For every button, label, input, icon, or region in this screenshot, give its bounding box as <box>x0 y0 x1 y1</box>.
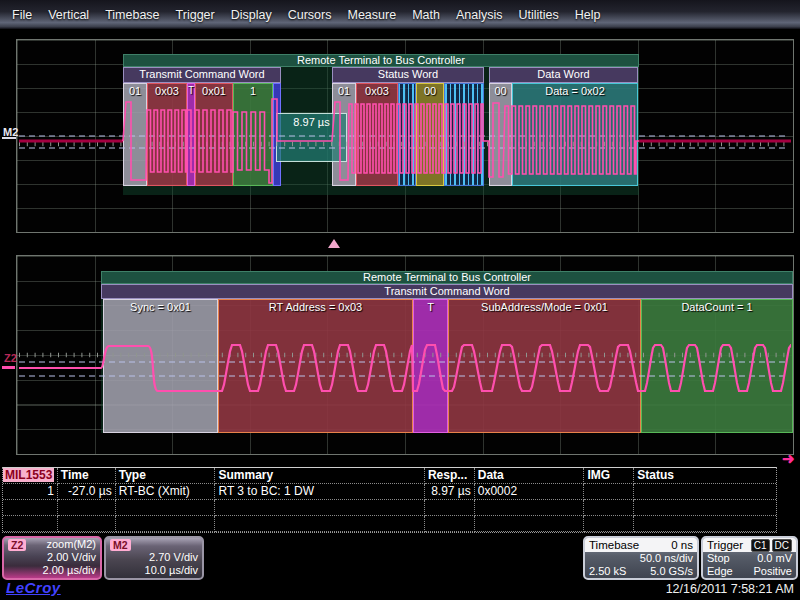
lower-waveform-grid[interactable]: Remote Terminal to Bus Controller Transm… <box>16 255 794 455</box>
segment-tr-bit: T <box>413 299 448 433</box>
column-img[interactable]: IMG <box>584 468 634 484</box>
trigger-level: 0.0 mV <box>757 552 792 565</box>
segment-status-bits-2 <box>444 83 484 186</box>
segment-cmd-rt-address: 0x03 <box>147 83 187 186</box>
menu-item-display[interactable]: Display <box>231 8 272 22</box>
column-resp[interactable]: Resp... <box>425 468 475 484</box>
timebase-label: Timebase <box>589 538 639 552</box>
timebase-samples: 2.50 kS <box>589 565 626 578</box>
column-data[interactable]: Data <box>475 468 585 484</box>
upper-word-title-status: Status Word <box>332 67 484 83</box>
cell-index: 1 <box>3 484 58 500</box>
trigger-source-badge: C1 <box>751 539 770 552</box>
trigger-coupling-badge: DC <box>772 539 792 552</box>
protocol-badge-cell[interactable]: MIL1553 <box>3 468 58 484</box>
lecroy-logo: LeCroy <box>6 579 61 596</box>
trigger-label: Trigger <box>707 538 743 552</box>
segment-status-bits-1 <box>398 83 416 186</box>
trigger-mode: Stop <box>707 552 730 565</box>
timebase-offset: 0 ns <box>671 538 693 552</box>
trace-level-marker-m2 <box>2 137 16 139</box>
z2-vdiv: 2.00 V/div <box>47 551 96 564</box>
menu-item-measure[interactable]: Measure <box>347 8 396 22</box>
datetime-stamp: 12/16/2011 7:58:21 AM <box>666 582 794 596</box>
segment-status-rt-address: 0x03 <box>356 83 398 186</box>
segment-cmd-datacount: 1 <box>233 83 273 186</box>
z2-descriptor-box[interactable]: Z2 zoom(M2) 2.00 V/div 2.00 µs/div <box>2 536 102 580</box>
table-row[interactable]: 1 -27.0 µs RT-BC (Xmit) RT 3 to BC: 1 DW… <box>3 484 776 500</box>
m2-channel-badge: M2 <box>110 539 131 551</box>
menu-item-analysis[interactable]: Analysis <box>456 8 503 22</box>
menu-item-file[interactable]: File <box>12 8 32 22</box>
table-row-empty <box>3 500 776 516</box>
decode-table: MIL1553 Time Type Summary Resp... Data I… <box>2 467 777 533</box>
timebase-box[interactable]: Timebase 0 ns 50.0 ns/div 2.50 kS 5.0 GS… <box>583 536 699 580</box>
lower-bus-header: Remote Terminal to Bus Controller <box>101 271 793 284</box>
trigger-slope: Positive <box>753 565 792 578</box>
scroll-right-arrow-icon[interactable]: ➜ <box>782 450 795 468</box>
menu-item-cursors[interactable]: Cursors <box>288 8 332 22</box>
cell-status <box>634 484 776 500</box>
segment-status-flags: 00 <box>416 83 444 186</box>
menu-item-trigger[interactable]: Trigger <box>176 8 215 22</box>
z2-tdiv: 2.00 µs/div <box>43 564 96 577</box>
segment-cmd-tr-bit: T <box>187 83 195 186</box>
segment-rt-address: RT Address = 0x03 <box>218 299 413 433</box>
cell-resp: 8.97 µs <box>425 484 475 500</box>
m2-tdiv: 10.0 µs/div <box>145 564 198 577</box>
timebase-tdiv: 50.0 ns/div <box>640 552 693 565</box>
cell-summary: RT 3 to BC: 1 DW <box>215 484 424 500</box>
menu-item-math[interactable]: Math <box>412 8 440 22</box>
menu-item-utilities[interactable]: Utilities <box>518 8 558 22</box>
trace-label-z2[interactable]: Z2 <box>4 352 17 364</box>
cell-img <box>584 484 634 500</box>
segment-cmd-subaddress: 0x01 <box>195 83 233 186</box>
response-time-annotation: 8.97 µs <box>276 113 347 162</box>
m2-descriptor-box[interactable]: M2 2.70 V/div 10.0 µs/div <box>104 536 204 580</box>
column-time[interactable]: Time <box>58 468 116 484</box>
cell-time: -27.0 µs <box>58 484 116 500</box>
segment-data-sync: 00 <box>489 83 512 186</box>
menu-item-vertical[interactable]: Vertical <box>48 8 89 22</box>
column-status[interactable]: Status <box>634 468 776 484</box>
segment-subaddress-mode: SubAddress/Mode = 0x01 <box>448 299 641 433</box>
upper-word-title-data: Data Word <box>489 67 638 83</box>
upper-waveform-grid[interactable]: Remote Terminal to Bus Controller Transm… <box>16 39 794 233</box>
m2-vdiv: 2.70 V/div <box>149 551 198 564</box>
segment-sync: Sync = 0x01 <box>103 299 218 433</box>
timebase-rate: 5.0 GS/s <box>650 565 693 578</box>
cell-type: RT-BC (Xmit) <box>116 484 216 500</box>
cell-data: 0x0002 <box>475 484 585 500</box>
trigger-box[interactable]: Trigger C1 DC Stop 0.0 mV Edge Positive <box>701 536 798 580</box>
menu-bar: File Vertical Timebase Trigger Display C… <box>0 0 800 30</box>
segment-cmd-sync: 01 <box>123 83 147 186</box>
upper-word-title-command: Transmit Command Word <box>123 67 281 83</box>
segment-data-value: Data = 0x02 <box>512 83 638 186</box>
menu-item-timebase[interactable]: Timebase <box>105 8 159 22</box>
upper-bus-header: Remote Terminal to Bus Controller <box>123 54 639 67</box>
trace-level-marker-z2 <box>2 366 15 369</box>
z2-title: zoom(M2) <box>46 538 96 551</box>
column-summary[interactable]: Summary <box>215 468 424 484</box>
trigger-position-marker-icon[interactable] <box>328 239 340 248</box>
trigger-type: Edge <box>707 565 733 578</box>
z2-channel-badge: Z2 <box>8 539 26 551</box>
decode-table-header: MIL1553 Time Type Summary Resp... Data I… <box>3 468 776 484</box>
column-type[interactable]: Type <box>116 468 216 484</box>
menu-item-help[interactable]: Help <box>575 8 601 22</box>
protocol-badge[interactable]: MIL1553 <box>3 468 54 482</box>
table-row-empty <box>3 516 776 532</box>
segment-datacount: DataCount = 1 <box>641 299 793 433</box>
lower-word-header: Transmit Command Word <box>101 284 793 299</box>
